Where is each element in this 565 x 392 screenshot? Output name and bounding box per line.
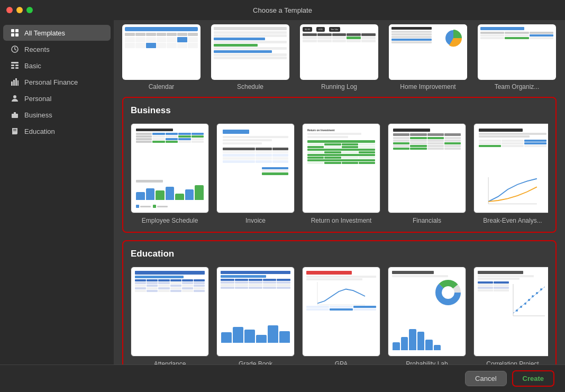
svg-rect-12 [15,78,17,86]
template-label: Financials [413,217,441,224]
template-thumbnail-team-organizer [478,24,556,80]
svg-rect-10 [11,81,13,86]
sidebar-item-all-templates[interactable]: All Templates [3,25,111,41]
sidebar-item-education[interactable]: Education [3,123,111,139]
template-thumbnail-attendance [131,267,209,357]
sidebar-item-personal[interactable]: Personal [3,90,111,106]
sidebar-item-label: Personal [24,95,51,103]
svg-point-33 [540,288,542,290]
template-thumbnail-running-log: 31.85 4.35 6m 54s [300,24,378,80]
template-item-invoice[interactable]: Invoice [216,123,295,224]
svg-point-14 [13,95,16,98]
template-label: Schedule [237,83,263,90]
bottom-bar: Cancel Create [0,364,565,392]
grid-icon [11,29,19,37]
business-section: Business [122,97,557,233]
main-container: All Templates Recents Basic [0,20,565,364]
svg-rect-11 [13,80,15,86]
template-thumbnail-calendar [122,24,201,80]
minimize-button[interactable] [16,7,23,13]
svg-point-31 [532,295,534,297]
svg-rect-7 [15,65,19,66]
education-section-title: Education [131,249,548,259]
sidebar-item-basic[interactable]: Basic [3,58,111,74]
template-item-home-improvement[interactable]: Home Improvement [389,24,467,90]
maximize-button[interactable] [26,7,33,13]
svg-point-29 [524,303,526,305]
template-thumbnail-home-improvement [389,24,467,80]
template-thumbnail-probability-lab [388,267,466,357]
template-label: Return on Investment [311,217,372,224]
template-thumbnail-schedule [211,24,289,80]
sidebar-item-personal-finance[interactable]: Personal Finance [3,74,111,90]
template-thumbnail-break-even [473,123,548,213]
svg-rect-13 [17,80,19,86]
svg-rect-3 [15,33,19,37]
sidebar-item-label: Business [24,111,52,119]
window-title: Choose a Template [253,6,312,14]
cancel-button[interactable]: Cancel [465,371,506,386]
svg-point-27 [516,309,518,312]
template-thumbnail-grade-book [216,267,295,357]
template-item-grade-book[interactable]: Grade Book [216,267,295,364]
template-label: GPA [335,360,348,364]
sidebar-item-label: Education [24,127,55,135]
svg-rect-5 [11,62,19,63]
template-label: Probability Lab [406,360,448,364]
template-item-calendar[interactable]: Calendar [122,24,201,90]
svg-point-28 [520,306,522,308]
chart-icon [11,78,19,86]
business-section-title: Business [131,105,548,116]
template-label: Grade Book [239,360,272,364]
top-thumbnails-row: Calendar [122,20,557,97]
sidebar-item-label: Personal Finance [24,78,78,86]
template-thumbnail-roi: Return on Investment [302,123,380,213]
sidebar-item-label: All Templates [24,29,65,37]
svg-rect-2 [11,33,14,37]
template-thumbnail-financials [388,123,466,213]
template-item-employee-schedule[interactable]: Employee Schedule [131,123,209,224]
template-label: Attendance [154,360,186,364]
template-label: Employee Schedule [142,217,198,224]
template-item-roi[interactable]: Return on Investment [302,123,380,224]
person-icon [11,94,19,103]
template-item-running-log[interactable]: 31.85 4.35 6m 54s [300,24,378,90]
template-item-schedule[interactable]: Schedule [211,24,289,90]
create-button[interactable]: Create [512,370,554,387]
book-icon [11,127,19,135]
template-item-team-organizer[interactable]: Team Organiz... [478,24,556,90]
template-item-attendance[interactable]: Attendance [131,267,209,364]
svg-point-30 [528,299,530,301]
template-item-gpa[interactable]: GPA [302,267,380,364]
education-templates-row: Attendance [131,267,548,364]
template-item-probability-lab[interactable]: Probability Lab [388,267,466,364]
template-label: Invoice [245,217,266,224]
titlebar: Choose a Template [0,0,565,20]
template-label: Calendar [149,83,175,90]
template-item-financials[interactable]: Financials [388,123,466,224]
sidebar-item-recents[interactable]: Recents [3,41,111,57]
template-label: Running Log [321,83,357,90]
template-thumbnail-employee-schedule [131,123,209,213]
sidebar-item-label: Basic [24,62,41,70]
traffic-lights [6,7,33,13]
sidebar-item-business[interactable]: Business [3,107,111,123]
svg-rect-1 [15,29,19,32]
content-area: Calendar [114,20,565,364]
clock-icon [11,45,19,53]
education-section: Education [122,240,557,364]
close-button[interactable] [6,7,13,13]
template-item-correlation-project[interactable]: Correlation Project [473,267,548,364]
svg-rect-15 [12,114,18,118]
template-label: Correlation Project [486,360,539,364]
briefcase-icon [11,111,19,119]
sidebar: All Templates Recents Basic [0,20,114,364]
svg-rect-6 [11,65,14,66]
template-label: Team Organiz... [495,83,540,90]
template-label: Break-Even Analys... [483,217,542,224]
template-thumbnail-correlation-project [473,267,548,357]
svg-point-32 [536,292,538,294]
table-icon [11,61,19,70]
template-item-break-even[interactable]: Break-Even Analys... [473,123,548,224]
template-thumbnail-gpa [302,267,380,357]
